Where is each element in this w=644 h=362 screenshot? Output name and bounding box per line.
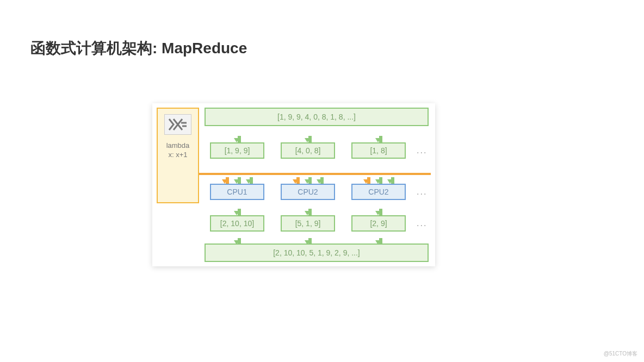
ellipsis-row3: ... [417, 187, 427, 197]
arrow-down-icon [375, 211, 381, 215]
arrow-down-icon [305, 211, 310, 215]
haskell-logo-icon [164, 114, 191, 135]
arrow-down-icon [305, 138, 310, 142]
arrow-down-icon [387, 179, 393, 184]
arrow-down-icon [246, 179, 251, 184]
ellipsis-row2: ... [417, 146, 427, 155]
watermark: @51CTO博客 [604, 350, 637, 358]
arrow-down-icon [375, 240, 381, 245]
arrow-down-orange-icon [293, 179, 298, 184]
arrow-down-icon [234, 138, 239, 142]
output-chunk-0: [2, 10, 10] [210, 215, 264, 232]
lambda-label: lambda x: x+1 [166, 141, 190, 160]
lambda-line2: x: x+1 [166, 151, 190, 160]
orange-divider [199, 173, 431, 175]
page-title: 函数式计算机架构: MapReduce [30, 38, 247, 59]
lambda-line1: lambda [166, 141, 190, 151]
mapreduce-diagram: lambda x: x+1 [1, 9, 9, 4, 0, 8, 1, 8, .… [152, 103, 435, 266]
output-full-box: [2, 10, 10, 5, 1, 9, 2, 9, ...] [205, 244, 429, 262]
lambda-panel: lambda x: x+1 [157, 108, 199, 203]
arrow-down-icon [375, 138, 381, 142]
input-full-box: [1, 9, 9, 4, 0, 8, 1, 8, ...] [205, 108, 429, 126]
cpu-1: CPU2 [281, 184, 335, 200]
cpu-0: CPU1 [210, 184, 264, 200]
arrow-down-icon [375, 179, 381, 184]
arrow-down-icon [317, 179, 322, 184]
ellipsis-row4: ... [417, 219, 427, 228]
arrow-down-icon [305, 179, 310, 184]
output-chunk-2: [2, 9] [351, 215, 406, 232]
input-chunk-2: [1, 8] [351, 142, 406, 159]
arrow-down-orange-icon [363, 179, 369, 184]
arrow-down-icon [305, 240, 310, 245]
arrow-down-icon [234, 240, 239, 245]
input-chunk-0: [1, 9, 9] [210, 142, 264, 159]
arrow-down-orange-icon [222, 179, 227, 184]
arrow-down-icon [234, 211, 239, 215]
output-chunk-1: [5, 1, 9] [281, 215, 335, 232]
arrow-down-icon [234, 179, 239, 184]
cpu-2: CPU2 [351, 184, 406, 200]
input-chunk-1: [4, 0, 8] [281, 142, 335, 159]
